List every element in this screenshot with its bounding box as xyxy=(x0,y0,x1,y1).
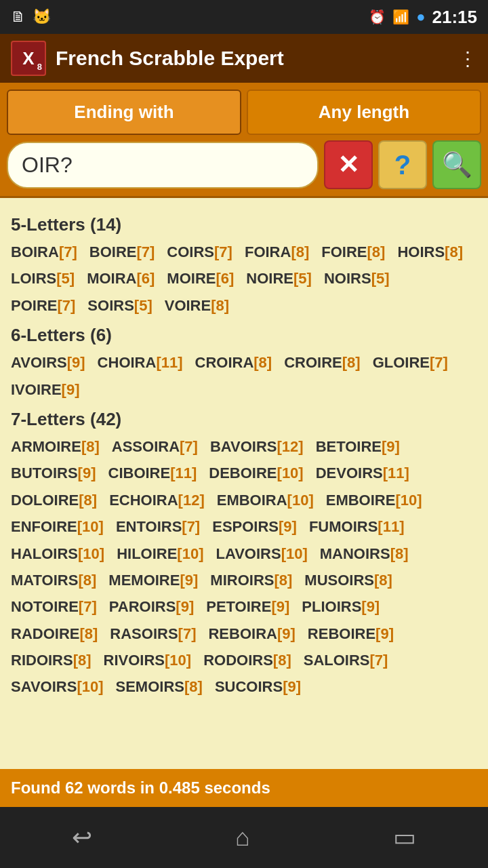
word-score: [8] xyxy=(390,545,409,562)
list-item[interactable]: EMBOIRA[10] xyxy=(217,488,314,513)
words-grid-2: ARMOIRE[8]ASSOIRA[7]BAVOIRS[12]BETOIRE[9… xyxy=(11,434,477,700)
list-item[interactable]: SOIRS[5] xyxy=(87,293,152,318)
word-score: [7] xyxy=(370,652,388,669)
word-text: CIBOIRE xyxy=(108,465,171,481)
list-item[interactable]: FUMOIRS[11] xyxy=(309,514,405,539)
list-item[interactable]: FOIRA[8] xyxy=(245,239,309,264)
list-item[interactable]: ENTOIRS[7] xyxy=(116,514,200,539)
word-score: [10] xyxy=(78,545,104,562)
any-length-button[interactable]: Any length xyxy=(247,90,481,135)
list-item[interactable]: NOIRS[5] xyxy=(324,266,390,291)
word-text: ARMOIRE xyxy=(11,438,81,455)
search-input[interactable] xyxy=(7,142,319,189)
list-item[interactable]: ENFOIRE[10] xyxy=(11,514,104,539)
list-item[interactable]: PETOIRE[9] xyxy=(206,594,289,619)
back-button[interactable]: ↩ xyxy=(52,816,113,859)
recent-button[interactable]: ▭ xyxy=(373,816,436,859)
word-score: [8] xyxy=(184,678,203,695)
word-text: PAROIRS xyxy=(109,598,176,615)
list-item[interactable]: HOIRS[8] xyxy=(397,239,463,264)
list-item[interactable]: COIRS[7] xyxy=(167,239,232,264)
list-item[interactable]: GLOIRE[7] xyxy=(373,350,448,375)
list-item[interactable]: RADOIRE[8] xyxy=(11,621,98,646)
word-score: [11] xyxy=(170,465,197,481)
list-item[interactable]: SAVOIRS[10] xyxy=(11,674,104,699)
list-item[interactable]: RIDOIRS[8] xyxy=(11,648,92,673)
list-item[interactable]: BAVOIRS[12] xyxy=(210,434,304,459)
list-item[interactable]: HALOIRS[10] xyxy=(11,541,104,566)
word-text: EMBOIRE xyxy=(326,492,396,509)
home-button[interactable]: ⌂ xyxy=(215,816,270,859)
list-item[interactable]: CIBOIRE[11] xyxy=(108,460,197,486)
word-text: EMBOIRA xyxy=(217,492,287,509)
list-item[interactable]: PAROIRS[9] xyxy=(109,594,195,619)
list-item[interactable]: CROIRA[8] xyxy=(195,350,272,375)
clear-icon: ✕ xyxy=(338,150,359,180)
word-score: [9] xyxy=(279,518,297,535)
word-text: ASSOIRA xyxy=(112,438,180,455)
list-item[interactable]: CHOIRA[11] xyxy=(98,350,183,375)
word-score: [10] xyxy=(77,678,103,695)
list-item[interactable]: VOIRE[8] xyxy=(165,293,229,318)
list-item[interactable]: SUCOIRS[9] xyxy=(215,674,301,699)
list-item[interactable]: AVOIRS[9] xyxy=(11,350,85,375)
word-score: [8] xyxy=(79,492,97,509)
list-item[interactable]: ASSOIRA[7] xyxy=(112,434,198,459)
list-item[interactable]: ECHOIRA[12] xyxy=(109,488,205,513)
notification-icon: 🗎 xyxy=(11,8,26,26)
list-item[interactable]: BOIRE[7] xyxy=(89,239,155,264)
list-item[interactable]: RODOIRS[8] xyxy=(203,648,291,673)
list-item[interactable]: DOLOIRE[8] xyxy=(11,488,97,513)
list-item[interactable]: RIVOIRS[10] xyxy=(104,648,192,673)
list-item[interactable]: MEMOIRE[9] xyxy=(108,568,198,593)
list-item[interactable]: SALOIRS[7] xyxy=(304,648,388,673)
list-item[interactable]: POIRE[7] xyxy=(11,293,75,318)
list-item[interactable]: ARMOIRE[8] xyxy=(11,434,100,459)
list-item[interactable]: RASOIRS[7] xyxy=(110,621,196,646)
list-item[interactable]: REBOIRA[9] xyxy=(208,621,295,646)
list-item[interactable]: BOIRA[7] xyxy=(11,239,77,264)
list-item[interactable]: LOIRS[5] xyxy=(11,266,75,291)
word-score: [9] xyxy=(271,598,289,615)
list-item[interactable]: ESPOIRS[9] xyxy=(212,514,297,539)
list-item[interactable]: REBOIRE[9] xyxy=(308,621,394,646)
list-item[interactable]: LAVOIRS[10] xyxy=(216,541,307,566)
list-item[interactable]: EMBOIRE[10] xyxy=(326,488,422,513)
search-icon: 🔍 xyxy=(442,151,472,179)
list-item[interactable]: CROIRE[8] xyxy=(284,350,360,375)
list-item[interactable]: MOIRE[6] xyxy=(167,266,234,291)
list-item[interactable]: NOIRE[5] xyxy=(246,266,312,291)
list-item[interactable]: BETOIRE[9] xyxy=(316,434,400,459)
word-score: [11] xyxy=(383,465,409,481)
word-text: COIRS xyxy=(167,243,214,260)
list-item[interactable]: MIROIRS[8] xyxy=(210,568,292,593)
word-score: [8] xyxy=(291,243,309,260)
menu-button[interactable]: ⋮ xyxy=(458,47,477,70)
list-item[interactable]: BUTOIRS[9] xyxy=(11,460,96,486)
ending-with-button[interactable]: Ending with xyxy=(7,90,241,135)
list-item[interactable]: MATOIRS[8] xyxy=(11,568,96,593)
clear-button[interactable]: ✕ xyxy=(324,140,373,189)
word-text: BOIRA xyxy=(11,243,59,260)
word-score: [11] xyxy=(378,518,404,535)
list-item[interactable]: MANOIRS[8] xyxy=(320,541,409,566)
word-text: DEBOIRE xyxy=(209,465,277,481)
search-button[interactable]: 🔍 xyxy=(432,140,481,189)
list-item[interactable]: MOIRA[6] xyxy=(87,266,155,291)
list-item[interactable]: HILOIRE[10] xyxy=(117,541,203,566)
list-item[interactable]: NOTOIRE[7] xyxy=(11,594,97,619)
results-area[interactable]: 5-Letters (14)BOIRA[7]BOIRE[7]COIRS[7]FO… xyxy=(0,198,488,769)
list-item[interactable]: FOIRE[8] xyxy=(321,239,385,264)
word-score: [8] xyxy=(273,652,291,669)
word-score: [7] xyxy=(180,438,198,455)
help-button[interactable]: ? xyxy=(378,140,427,189)
word-text: HOIRS xyxy=(397,243,445,260)
orange-header: Ending with Any length ✕ ? 🔍 xyxy=(0,83,488,198)
list-item[interactable]: DEBOIRE[10] xyxy=(209,460,303,486)
list-item[interactable]: IVOIRE[9] xyxy=(11,377,79,402)
list-item[interactable]: MUSOIRS[8] xyxy=(304,568,392,593)
list-item[interactable]: SEMOIRS[8] xyxy=(116,674,203,699)
word-score: [10] xyxy=(177,545,203,562)
list-item[interactable]: PLIOIRS[9] xyxy=(302,594,380,619)
list-item[interactable]: DEVOIRS[11] xyxy=(316,460,409,486)
